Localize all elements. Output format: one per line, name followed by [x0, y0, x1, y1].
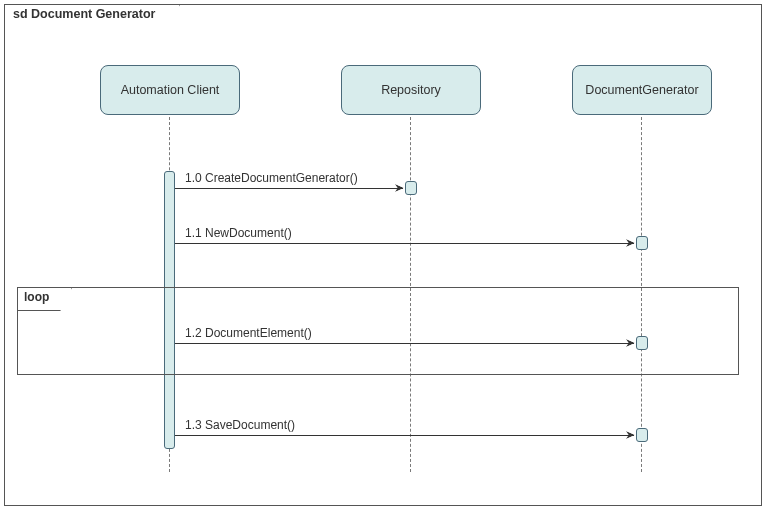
message-arrow — [175, 243, 634, 244]
lifeline-document-generator: DocumentGenerator — [572, 65, 712, 115]
message-label: 1.3 SaveDocument() — [185, 418, 295, 432]
loop-label: loop — [17, 287, 72, 311]
loop-fragment: loop — [17, 287, 739, 375]
lifeline-repository: Repository — [341, 65, 481, 115]
execution-spec — [636, 336, 648, 350]
message-label: 1.2 DocumentElement() — [185, 326, 312, 340]
execution-spec — [405, 181, 417, 195]
message-arrow — [175, 435, 634, 436]
execution-spec — [636, 236, 648, 250]
sequence-diagram-frame: sd Document Generator Automation Client … — [4, 4, 762, 506]
lifeline-automation-client: Automation Client — [100, 65, 240, 115]
message-label: 1.1 NewDocument() — [185, 226, 292, 240]
message-arrow — [175, 343, 634, 344]
execution-spec — [636, 428, 648, 442]
frame-title: sd Document Generator — [4, 4, 180, 29]
message-label: 1.0 CreateDocumentGenerator() — [185, 171, 358, 185]
message-arrow — [175, 188, 403, 189]
